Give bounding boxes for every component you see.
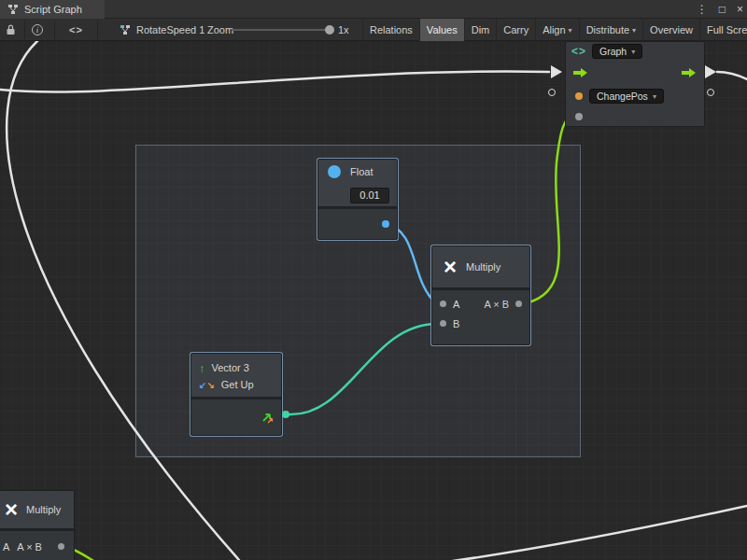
window-menu-icon[interactable]: ⋮ [697,3,708,16]
multiply-input-b-port[interactable] [440,320,446,327]
graph-name: RotateSpeed 1 [136,24,204,35]
float-node-title: Float [350,166,373,177]
vector3-getup-node[interactable]: ↑ Vector 3 ↙↘ Get Up [190,353,282,436]
graph-canvas[interactable]: Float 0.01 × Multiply A A × B B [0,41,747,560]
relations-button[interactable]: Relations [362,19,419,41]
multiply2-output-label: A × B [17,541,42,553]
maximize-icon[interactable]: □ [719,3,726,16]
chevron-down-icon: ▾ [631,48,635,56]
multiply-icon: × [444,256,457,278]
flow-wire-arrowhead-right [705,65,716,78]
distribute-dropdown-button[interactable]: Distribute ▾ [579,19,642,41]
toolbar-separator [97,21,98,39]
window-titlebar: Script Graph ⋮ □ × [0,0,747,19]
graph-breadcrumb[interactable]: RotateSpeed 1 [120,19,204,41]
multiply-output-label: A × B [484,299,509,310]
float-type-icon [328,165,341,178]
zoom-slider[interactable] [232,29,332,31]
dim-button[interactable]: Dim [464,19,497,41]
flow-in-arrow-icon[interactable] [573,67,588,78]
multiply2-input-a-label: A [3,541,9,553]
multiply-output-port[interactable] [515,301,522,307]
code-icon[interactable]: <> [69,19,83,41]
zoom-label: Zoom [207,19,233,41]
wire-white-bottom-right[interactable] [446,506,747,560]
multiply-node-header[interactable]: × Multiply [432,246,529,287]
values-button[interactable]: Values [419,19,464,41]
vector3-output-port[interactable] [282,411,289,418]
vector3-node-subtitle: Get Up [221,379,254,390]
chevron-down-icon: ▾ [569,26,572,35]
full-screen-button[interactable]: Full Screen [699,19,747,41]
wire-white-right-exit[interactable] [717,72,747,79]
lock-icon[interactable] [6,19,16,41]
multiply-icon: × [5,498,18,521]
multiply2-node-header[interactable]: × Multiply [0,491,74,528]
up-arrow-icon: ↑ [199,362,205,374]
tab-script-graph[interactable]: Script Graph [0,0,105,19]
variable-kind-port[interactable] [575,92,583,100]
output-arrow-icon: ↘ [206,380,214,390]
toolbar-separator [24,21,25,39]
multiply-node-title: Multiply [466,261,500,273]
float-value-input[interactable]: 0.01 [350,188,389,203]
float-node-header[interactable]: Float [318,160,397,184]
overview-button[interactable]: Overview [642,19,699,41]
script-graph-icon [7,4,19,15]
wire-white-top[interactable] [0,72,549,92]
graph-toolbar: i <> RotateSpeed 1 Zoom 1x Relations Val… [0,19,747,41]
multiply-input-a-label: A [453,299,459,310]
multiply-input-b-label: B [453,318,459,329]
value-port-ring-left[interactable] [548,89,556,96]
align-dropdown-button[interactable]: Align ▾ [535,19,578,41]
multiply-node-2[interactable]: × Multiply A A × B [0,490,75,560]
set-variable-node[interactable]: <> Graph ▾ ChangePos ▾ [565,41,705,127]
vector3-output-type-icon [261,411,274,424]
zoom-value: 1x [338,19,349,41]
chevron-down-icon: ▾ [632,26,636,35]
tab-title: Script Graph [24,4,82,15]
changepos-dropdown[interactable]: ChangePos ▾ [589,89,664,104]
value-port-ring-right[interactable] [707,89,714,96]
multiply2-node-title: Multiply [26,504,61,515]
carry-button[interactable]: Carry [496,19,535,41]
flow-out-arrow-icon[interactable] [682,67,697,78]
float-output-port[interactable] [382,220,389,228]
graph-dropdown[interactable]: Graph ▾ [592,44,642,59]
close-icon[interactable]: × [737,3,743,16]
vector3-node-title: Vector 3 [212,362,249,373]
chevron-down-icon: ▾ [653,92,656,101]
toolbar-button-group: Relations Values Dim Carry Align ▾ Distr… [362,19,747,41]
graph-code-icon: <> [571,45,586,58]
zoom-slider-handle[interactable] [325,25,334,35]
vector3-node-header[interactable]: ↑ Vector 3 ↙↘ Get Up [191,354,281,397]
multiply2-output-port[interactable] [58,543,64,550]
multiply-node[interactable]: × Multiply A A × B B [431,245,530,345]
value-input-port[interactable] [575,113,583,120]
flow-wire-arrowhead-left [551,65,562,78]
float-node[interactable]: Float 0.01 [317,159,398,240]
multiply-input-a-port[interactable] [440,301,446,307]
toolbar-separator [54,21,55,39]
graph-breadcrumb-icon [120,24,131,35]
info-icon[interactable]: i [32,19,43,41]
